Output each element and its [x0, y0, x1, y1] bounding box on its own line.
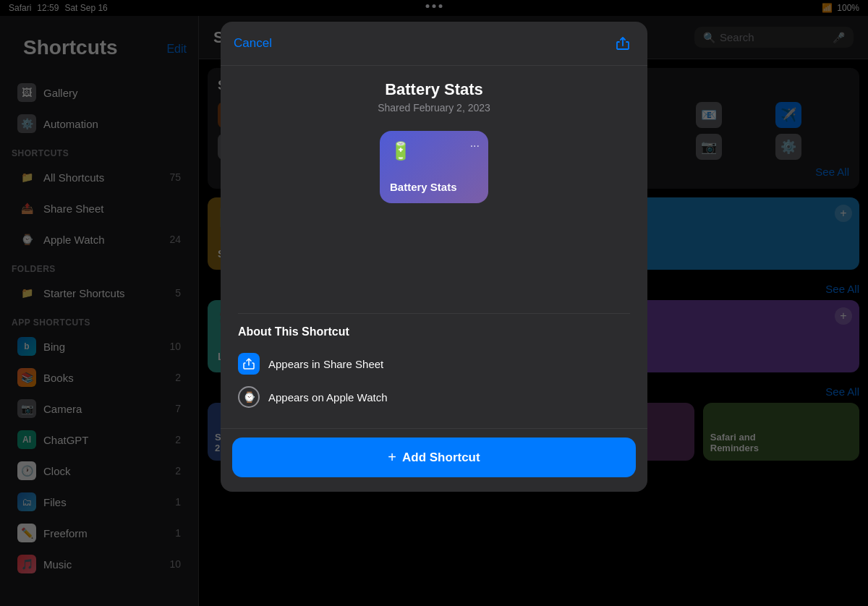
apple-watch-about-icon: ⌚	[238, 386, 260, 408]
drag-indicator	[426, 4, 443, 8]
shortcut-preview: 🔋 ··· Battery Stats	[380, 131, 488, 203]
modal-overlay: Cancel Battery Stats Shared February 2, …	[0, 0, 868, 606]
add-shortcut-plus-icon: +	[388, 449, 396, 466]
appears-in-share-sheet-item: Appears in Share Sheet	[238, 347, 630, 380]
about-section: About This Shortcut Appears in Share She…	[238, 313, 630, 414]
modal-cancel-button[interactable]: Cancel	[234, 36, 272, 51]
share-sheet-about-icon	[238, 353, 260, 375]
add-shortcut-label: Add Shortcut	[402, 451, 480, 465]
modal-subtitle: Shared February 2, 2023	[238, 102, 630, 114]
modal-header: Cancel	[221, 22, 647, 66]
about-title: About This Shortcut	[238, 325, 630, 338]
modal-share-button[interactable]	[611, 32, 634, 55]
modal-footer: + Add Shortcut	[221, 428, 647, 492]
appears-on-apple-watch-item: ⌚ Appears on Apple Watch	[238, 380, 630, 414]
preview-dots: ···	[470, 140, 480, 153]
battery-icon: 🔋	[390, 141, 412, 161]
modal-spacer	[238, 221, 630, 307]
appears-on-apple-watch-label: Appears on Apple Watch	[268, 391, 388, 404]
modal: Cancel Battery Stats Shared February 2, …	[221, 22, 647, 492]
preview-name: Battery Stats	[390, 181, 457, 193]
modal-body: Battery Stats Shared February 2, 2023 🔋 …	[221, 66, 647, 428]
appears-in-share-sheet-label: Appears in Share Sheet	[268, 358, 383, 370]
add-shortcut-button[interactable]: + Add Shortcut	[232, 438, 636, 477]
modal-title: Battery Stats	[238, 80, 630, 99]
